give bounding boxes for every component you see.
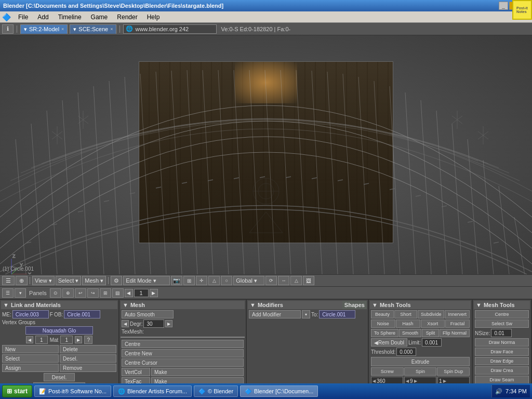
to-sphere-btn[interactable]: To Sphere	[371, 329, 398, 337]
menu-game[interactable]: Game	[87, 12, 112, 22]
draw-edge-btn[interactable]: Draw Edge	[475, 357, 529, 365]
panel-link-header[interactable]: ▼ Link and Materials	[1, 301, 117, 309]
panel-mesh-header[interactable]: ▼ Mesh	[121, 301, 245, 309]
vt-tri-icon[interactable]: △	[290, 276, 302, 285]
vt-view-dropdown[interactable]: View ▾	[32, 276, 55, 285]
taskbar-blender-artists[interactable]: 🌐 Blender Artists Forum...	[113, 385, 192, 397]
spin-btn[interactable]: Spin	[404, 367, 437, 376]
centre-cursor-btn[interactable]: Centre Cursor	[122, 358, 244, 367]
vertcol-btn[interactable]: VertCol	[122, 368, 150, 376]
panels-btn6[interactable]: ▤	[112, 288, 124, 298]
vt-cursor-icon[interactable]: ✛	[196, 276, 207, 285]
short-btn[interactable]: Short	[394, 310, 417, 318]
centre-btn[interactable]: Centre	[122, 340, 244, 348]
panel-mesh-tools-header[interactable]: ▼ Mesh Tools	[370, 301, 471, 309]
centre-new-btn[interactable]: Centre New	[122, 349, 244, 357]
degr-value[interactable]: 30	[143, 320, 164, 328]
degr-right-btn[interactable]: ▶	[165, 320, 172, 327]
postit-icon[interactable]: Post-itNotes	[512, 0, 532, 20]
draw-crea-btn[interactable]: Draw Crea	[475, 366, 529, 375]
taskbar-blender1[interactable]: 🔷 © Blender	[194, 385, 238, 397]
panels-btn2[interactable]: ⊕	[62, 288, 74, 298]
minimize-button[interactable]: _	[499, 2, 508, 10]
vt-mesh-dropdown[interactable]: Mesh ▾	[82, 276, 106, 285]
menu-file[interactable]: File	[14, 12, 32, 22]
auto-smooth-btn[interactable]: Auto Smooth	[122, 310, 174, 318]
make1-btn[interactable]: Make	[151, 368, 244, 376]
menu-timeline[interactable]: Timeline	[54, 12, 86, 22]
mat-name-btn[interactable]: Naquadah Glo	[25, 326, 93, 335]
vt-icon3[interactable]: ⚙	[111, 276, 122, 285]
threshold-value[interactable]: 0.000	[396, 348, 416, 356]
panels-arrow[interactable]: ▾	[15, 288, 26, 298]
mat-arrow-left[interactable]: ◀	[26, 336, 33, 343]
mt2-centre-btn[interactable]: Centre	[475, 310, 529, 318]
mod-arrow-btn[interactable]: ▾	[302, 310, 310, 318]
panels-icon[interactable]: ☰	[2, 288, 14, 298]
taskbar-postit[interactable]: 📝 Post-it® Software No...	[34, 385, 111, 397]
panels-btn3[interactable]: ↩	[75, 288, 86, 298]
desel-btn[interactable]: Desel.	[60, 354, 116, 363]
extrude-btn[interactable]: Extrude	[371, 357, 470, 366]
draw-seam-btn[interactable]: Draw Seam	[475, 376, 529, 384]
remove-btn[interactable]: Remove	[60, 364, 116, 372]
noise-btn[interactable]: Noise	[371, 320, 395, 328]
assign-btn[interactable]: Assign	[2, 364, 59, 372]
mat-new-btn[interactable]: New	[2, 345, 59, 353]
xsort-btn[interactable]: Xsort	[421, 320, 445, 328]
start-button[interactable]: ⊞ start	[2, 385, 32, 397]
menu-help[interactable]: Help	[143, 12, 164, 22]
menu-render[interactable]: Render	[113, 12, 141, 22]
vt-icon-btn[interactable]: ☰	[2, 276, 15, 285]
vt-grid-icon[interactable]: ⊞	[183, 276, 195, 285]
add-modifier-btn[interactable]: Add Modifier	[249, 310, 301, 318]
menu-add[interactable]: Add	[33, 12, 52, 22]
mat-question-btn[interactable]: ?	[84, 336, 92, 344]
smooth-btn[interactable]: Smooth	[399, 329, 421, 337]
rem-doubl-btn[interactable]: ◀ Rem Doubl	[371, 338, 407, 347]
tab-sce-close[interactable]: ×	[110, 26, 113, 32]
vt-magnet-icon[interactable]: △	[208, 276, 220, 285]
select-sw-btn[interactable]: Select Sw	[475, 320, 529, 328]
fractal-btn[interactable]: Fractal	[445, 320, 470, 328]
flip-normal-btn[interactable]: Flip Normal	[440, 329, 470, 337]
mat-arrow-right[interactable]: ▶	[75, 336, 82, 343]
hash-btn[interactable]: Hash	[396, 320, 420, 328]
page-next-button[interactable]: ▶	[150, 289, 158, 297]
spin-dup-btn[interactable]: Spin Dup	[437, 367, 470, 376]
info-icon[interactable]: ℹ	[2, 24, 14, 34]
vt-editmode-dropdown[interactable]: Edit Mode ▾	[123, 276, 170, 285]
beauty-btn[interactable]: Beauty	[371, 310, 394, 318]
tab-sr2-close[interactable]: ×	[61, 26, 64, 32]
vt-image-icon[interactable]: 🖼	[303, 276, 314, 285]
vt-circle-icon[interactable]: ○	[221, 276, 232, 285]
desel2-btn[interactable]: Desel.	[44, 373, 75, 381]
vt-move-icon[interactable]: ↔	[278, 276, 289, 285]
page-prev-button[interactable]: ◀	[125, 289, 133, 297]
degr-left-btn[interactable]: ◀	[122, 320, 129, 327]
panel-modifiers-header[interactable]: ▼ Modifiers	[248, 301, 342, 309]
panels-btn4[interactable]: ↪	[87, 288, 99, 298]
ob-value-btn[interactable]: Circle.001	[64, 310, 100, 318]
split-btn[interactable]: Split	[422, 329, 439, 337]
screw-btn[interactable]: Screw	[371, 367, 404, 376]
to-value-btn[interactable]: Circle.001	[319, 310, 355, 318]
panels-btn5[interactable]: ⊞	[100, 288, 111, 298]
vt-rotate-icon[interactable]: ⟳	[265, 276, 277, 285]
draw-face-btn[interactable]: Draw Face	[475, 348, 529, 356]
panel-shapes-header[interactable]: Shapes	[342, 301, 367, 309]
limit-value[interactable]: 0.001	[422, 338, 442, 347]
tab-sce-scene[interactable]: ▾ SCE:Scene ×	[70, 24, 116, 34]
vt-icon-btn2[interactable]: ⊕	[16, 276, 28, 285]
panels-btn1[interactable]: ⊙	[50, 288, 61, 298]
panel-mt2-header[interactable]: ▼ Mesh Tools	[474, 301, 530, 309]
select-btn[interactable]: Select	[2, 354, 59, 363]
vt-global-dropdown[interactable]: Global ▾	[233, 276, 264, 285]
mat-delete-btn[interactable]: Delete	[60, 345, 116, 353]
innervert-btn[interactable]: Innervert	[445, 310, 470, 318]
taskbar-blender2[interactable]: 🔷 Blender [C:\Documen...	[240, 385, 318, 397]
me-value-btn[interactable]: Circle.003	[12, 310, 49, 318]
vt-camera-icon[interactable]: 📷	[171, 276, 182, 285]
tab-sr2-model[interactable]: ▾ SR:2-Model ×	[20, 24, 68, 34]
vt-select-dropdown[interactable]: Select ▾	[56, 276, 82, 285]
